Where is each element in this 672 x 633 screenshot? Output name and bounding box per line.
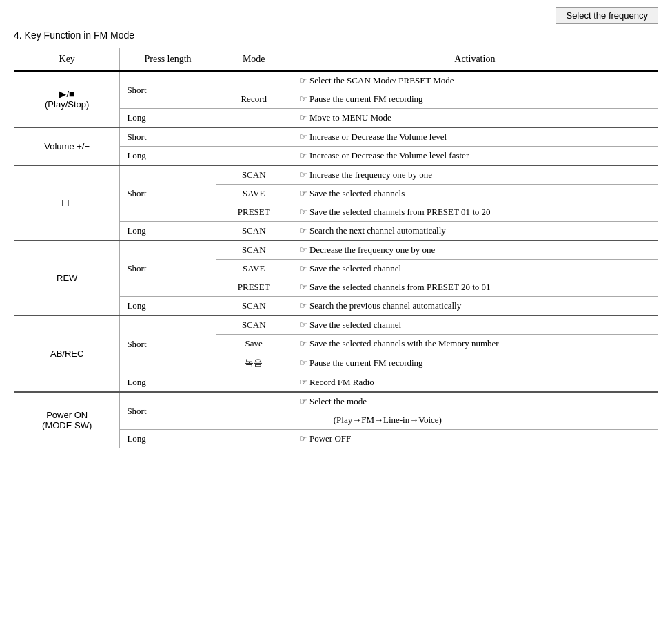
activation-cell: ☞ Pause the current FM recording [292,90,658,109]
press-length-cell: Short [120,127,216,147]
key-cell: AB/REC [14,315,120,392]
activation-cell: ☞ Save the selected channels from PRESET… [292,278,658,297]
key-cell: Power ON (MODE SW) [14,392,120,448]
select-frequency-button[interactable]: Select the frequency [556,7,658,24]
col-header-activation: Activation [292,48,658,72]
section-title: 4. Key Function in FM Mode [14,30,658,41]
col-header-mode: Mode [216,48,292,72]
mode-cell [216,127,292,147]
activation-cell: ☞ Save the selected channel [292,260,658,278]
table-row: Power ON (MODE SW)Short☞ Select the mode [14,392,658,411]
press-length-cell: Long [120,373,216,393]
activation-cell: ☞ Save the selected channels with the Me… [292,335,658,353]
activation-cell: ☞ Save the selected channels from PRESET… [292,203,658,222]
mode-cell [216,373,292,393]
col-header-key: Key [14,48,120,72]
table-row: FFShortSCAN☞ Increase the frequency one … [14,165,658,185]
col-header-press: Press length [120,48,216,72]
mode-cell: SCAN [216,165,292,185]
mode-cell: PRESET [216,278,292,297]
activation-cell: (Play→FM→Line-in→Voice) [292,411,658,430]
activation-cell: ☞ Save the selected channels [292,185,658,203]
mode-cell [216,71,292,90]
press-length-cell: Short [120,71,216,109]
mode-cell: SCAN [216,240,292,260]
mode-cell [216,430,292,448]
mode-cell [216,147,292,166]
mode-cell: SCAN [216,222,292,241]
table-row: REWShortSCAN☞ Decrease the frequency one… [14,240,658,260]
mode-cell [216,411,292,430]
mode-cell: Save [216,335,292,353]
press-length-cell: Long [120,297,216,316]
press-length-cell: Short [120,240,216,297]
key-cell: REW [14,240,120,315]
press-length-cell: Long [120,430,216,448]
activation-cell: ☞ Select the mode [292,392,658,411]
table-row: ▶/■ (Play/Stop)Short☞ Select the SCAN Mo… [14,71,658,90]
mode-cell [216,392,292,411]
press-length-cell: Long [120,109,216,128]
mode-cell: Record [216,90,292,109]
table-row: AB/RECShortSCAN☞ Save the selected chann… [14,315,658,335]
activation-cell: ☞ Power OFF [292,430,658,448]
activation-cell: ☞ Increase or Decrease the Volume level [292,127,658,147]
activation-cell: ☞ Decrease the frequency one by one [292,240,658,260]
activation-cell: ☞ Record FM Radio [292,373,658,393]
activation-cell: ☞ Select the SCAN Mode/ PRESET Mode [292,71,658,90]
press-length-cell: Short [120,392,216,430]
activation-cell: ☞ Increase the frequency one by one [292,165,658,185]
activation-cell: ☞ Move to MENU Mode [292,109,658,128]
mode-cell: SCAN [216,297,292,316]
key-cell: FF [14,165,120,240]
activation-cell: ☞ Save the selected channel [292,315,658,335]
press-length-cell: Long [120,222,216,241]
press-length-cell: Short [120,165,216,222]
mode-cell: PRESET [216,203,292,222]
mode-cell: SAVE [216,185,292,203]
activation-cell: ☞ Pause the current FM recording [292,353,658,373]
table-header-row: Key Press length Mode Activation [14,48,658,72]
press-length-cell: Short [120,315,216,373]
key-cell: Volume +/− [14,127,120,165]
mode-cell: SCAN [216,315,292,335]
activation-cell: ☞ Search the previous channel automatica… [292,297,658,316]
mode-cell: 녹음 [216,353,292,373]
press-length-cell: Long [120,147,216,166]
activation-cell: ☞ Search the next channel automatically [292,222,658,241]
mode-cell [216,109,292,128]
key-cell: ▶/■ (Play/Stop) [14,71,120,127]
mode-cell: SAVE [216,260,292,278]
key-function-table: Key Press length Mode Activation ▶/■ (Pl… [14,48,658,448]
activation-cell: ☞ Increase or Decrease the Volume level … [292,147,658,166]
table-row: Volume +/−Short☞ Increase or Decrease th… [14,127,658,147]
